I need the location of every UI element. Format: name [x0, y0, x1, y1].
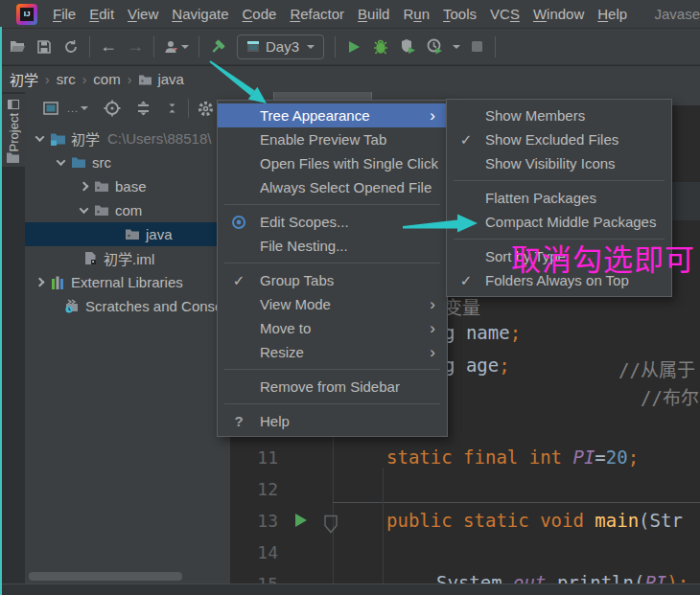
- run-gutter-icon[interactable]: [295, 514, 307, 527]
- menu-refactor[interactable]: Refactor: [283, 2, 351, 26]
- scope-icon: [231, 215, 246, 230]
- tree-row-src[interactable]: src: [25, 150, 230, 174]
- tree-label: java: [146, 226, 173, 242]
- menu-item-open-files-single-click[interactable]: Open Files with Single Click: [218, 151, 447, 175]
- chevron-down-icon[interactable]: [448, 34, 463, 59]
- horizontal-scrollbar[interactable]: [29, 572, 182, 581]
- tree-row-scratches[interactable]: Scratches and Consol: [25, 294, 230, 318]
- menu-item-view-mode[interactable]: View Mode›: [218, 292, 447, 316]
- profiler-icon[interactable]: [421, 34, 448, 59]
- breadcrumb-project[interactable]: 初学: [10, 69, 38, 89]
- menu-edit[interactable]: Edit: [82, 2, 121, 26]
- view-mode-icon[interactable]: [40, 98, 61, 119]
- package-folder-icon: [93, 179, 110, 195]
- menu-navigate[interactable]: Navigate: [165, 2, 235, 26]
- menu-vcs[interactable]: VCS: [483, 2, 526, 26]
- stop-icon[interactable]: [463, 34, 490, 59]
- submenu-item-show-excluded-files[interactable]: ✓Show Excluded Files: [447, 127, 671, 151]
- menu-item-resize[interactable]: Resize›: [218, 340, 447, 364]
- menu-item-enable-preview-tab[interactable]: Enable Preview Tab: [218, 127, 447, 151]
- expand-all-icon[interactable]: [132, 98, 153, 119]
- run-with-coverage-icon[interactable]: [394, 34, 421, 59]
- menu-separator: [454, 180, 665, 181]
- menu-window[interactable]: Window: [526, 2, 591, 26]
- submenu-item-flatten-packages[interactable]: Flatten Packages: [447, 186, 671, 210]
- locate-file-icon[interactable]: [102, 98, 123, 119]
- package-folder-icon: [93, 203, 110, 218]
- menu-help[interactable]: Help: [591, 2, 634, 26]
- toolbar-divider: [198, 36, 199, 57]
- tree-label: 初学: [71, 128, 100, 149]
- menu-item-always-select-opened-file[interactable]: Always Select Opened File: [218, 175, 447, 199]
- chevron-right-icon[interactable]: [80, 182, 89, 192]
- line-number: 12: [247, 479, 278, 499]
- project-toolbar: ...: [25, 92, 230, 125]
- module-file-icon: [82, 251, 99, 266]
- menu-tools[interactable]: Tools: [436, 2, 483, 26]
- tree-row-external-libraries[interactable]: External Libraries: [25, 270, 230, 294]
- run-icon[interactable]: [340, 34, 367, 59]
- tree-row-project-root[interactable]: 初学 C:\Users\88518\: [25, 126, 230, 150]
- menu-item-move-to[interactable]: Move to›: [218, 316, 447, 340]
- toolbar-divider: [89, 36, 90, 57]
- menu-code[interactable]: Code: [236, 2, 284, 26]
- breadcrumb-com[interactable]: com: [93, 71, 120, 87]
- folder-icon: [138, 74, 152, 85]
- chevron-down-icon[interactable]: [57, 156, 66, 166]
- menu-file[interactable]: File: [46, 2, 82, 26]
- title-bar: IJ File Edit View Navigate Code Refactor…: [0, 0, 700, 29]
- debug-icon[interactable]: [367, 34, 394, 59]
- chevron-right-icon[interactable]: [35, 278, 45, 287]
- window-title-text: Javase: [654, 6, 700, 22]
- project-tool-window: ... 初学 C:\Users\88518\ src: [25, 92, 230, 584]
- menu-view[interactable]: View: [121, 2, 165, 26]
- menu-item-help[interactable]: ?Help: [218, 409, 447, 433]
- menu-separator: [224, 403, 440, 404]
- chevron-down-icon[interactable]: [80, 204, 89, 214]
- chevron-down-icon[interactable]: [35, 132, 45, 142]
- collapse-all-icon[interactable]: [161, 98, 182, 119]
- back-icon[interactable]: ←: [95, 34, 122, 59]
- forward-icon[interactable]: →: [122, 34, 149, 59]
- tool-window-stripe: Project: [0, 92, 25, 595]
- tree-row-base[interactable]: base: [25, 174, 230, 198]
- menu-separator: [224, 369, 440, 370]
- tree-label: 初学.iml: [104, 248, 154, 268]
- tree-row-java-selected[interactable]: java: [25, 222, 230, 246]
- open-folder-icon[interactable]: [4, 34, 31, 59]
- line-number: 13: [247, 511, 278, 531]
- menu-item-group-tabs[interactable]: ✓Group Tabs: [218, 268, 447, 292]
- indent-guide: [383, 468, 384, 584]
- menu-run[interactable]: Run: [396, 2, 436, 26]
- tree-row-iml-file[interactable]: 初学.iml: [25, 246, 230, 270]
- more-options-icon[interactable]: ...: [65, 98, 90, 119]
- folder-icon: [6, 151, 20, 164]
- libraries-icon: [49, 275, 66, 290]
- code-comment: 变量: [444, 293, 480, 319]
- help-icon: ?: [234, 413, 243, 429]
- breadcrumb-java[interactable]: java: [157, 71, 184, 87]
- sync-icon[interactable]: [58, 34, 84, 59]
- code-comment: //布尔: [641, 383, 699, 409]
- submenu-item-show-members[interactable]: Show Members: [447, 103, 671, 127]
- save-icon[interactable]: [31, 34, 58, 59]
- checkmark-icon: ✓: [460, 131, 473, 149]
- navigation-breadcrumbs: 初学 › src › com › java: [0, 66, 700, 92]
- code-line: g name;: [444, 322, 521, 343]
- project-stripe-label: Project: [7, 113, 21, 151]
- chevron-down-icon: [307, 45, 315, 49]
- breadcrumb-src[interactable]: src: [57, 71, 76, 87]
- status-bar: [0, 584, 700, 595]
- code-line-13: public static void main(Str: [386, 510, 683, 531]
- submenu-arrow-icon: ›: [430, 107, 435, 124]
- fold-marker-icon[interactable]: [323, 515, 338, 534]
- toolbar-divider: [495, 36, 496, 57]
- line-number: 11: [247, 447, 278, 468]
- menu-item-remove-from-sidebar[interactable]: Remove from Sidebar: [218, 375, 447, 399]
- code-line: g age;: [444, 355, 510, 376]
- tree-row-com[interactable]: com: [25, 198, 230, 222]
- submenu-item-show-visibility-icons[interactable]: Show Visibility Icons: [447, 151, 671, 175]
- collaborate-user-icon[interactable]: [159, 34, 194, 59]
- menu-item-file-nesting[interactable]: File Nesting...: [218, 234, 447, 258]
- menu-build[interactable]: Build: [351, 2, 396, 26]
